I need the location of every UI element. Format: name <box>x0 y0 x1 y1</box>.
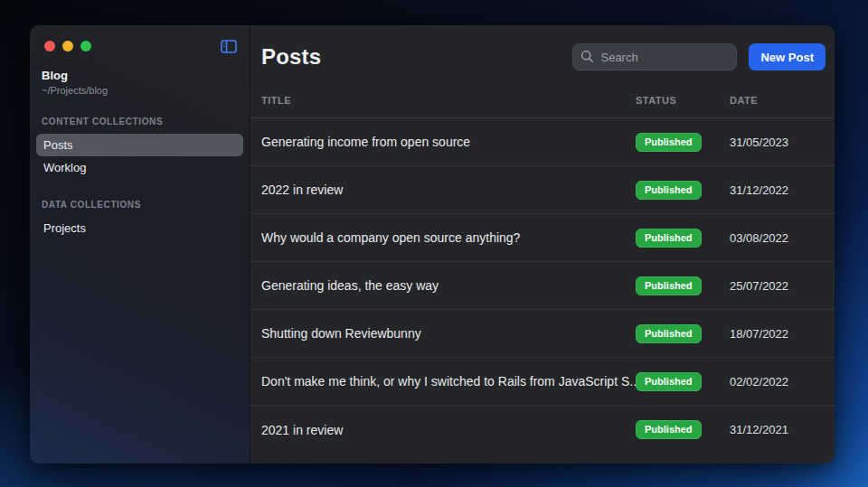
status-badge: Published <box>636 276 702 295</box>
column-header-title: TITLE <box>261 95 636 106</box>
column-header-date: DATE <box>730 95 824 106</box>
post-title: Don't make me think, or why I switched t… <box>261 374 636 389</box>
main-header: Posts New Post <box>250 25 835 83</box>
sidebar: Blog ~/Projects/blog CONTENT COLLECTIONS… <box>30 25 250 464</box>
post-date: 31/12/2021 <box>730 423 824 436</box>
post-date: 25/07/2022 <box>730 279 824 293</box>
table-row[interactable]: Generating income from open source Publi… <box>250 118 835 166</box>
status-badge: Published <box>636 229 702 248</box>
status-badge: Published <box>636 133 702 152</box>
post-date: 31/12/2022 <box>730 183 824 197</box>
zoom-window-button[interactable] <box>80 41 91 52</box>
header-actions: New Post <box>572 43 826 70</box>
main-panel: Posts New Post TITLE STATUS DATE Generat… <box>250 25 835 464</box>
post-date: 18/07/2022 <box>730 327 824 341</box>
table-row[interactable]: 2021 in review Published 31/12/2021 <box>250 406 835 454</box>
table-row[interactable]: Generating ideas, the easy way Published… <box>250 262 835 310</box>
post-title: Generating income from open source <box>261 135 636 149</box>
close-window-button[interactable] <box>44 41 55 52</box>
section-label-content-collections: CONTENT COLLECTIONS <box>42 117 238 126</box>
section-label-data-collections: DATA COLLECTIONS <box>42 200 238 210</box>
project-title: Blog <box>42 69 238 82</box>
table-row[interactable]: Don't make me think, or why I switched t… <box>250 358 835 406</box>
post-title: 2022 in review <box>261 183 636 197</box>
titlebar <box>42 36 238 56</box>
column-header-status: STATUS <box>636 95 730 106</box>
search-input[interactable] <box>572 43 737 70</box>
traffic-lights <box>42 41 91 52</box>
status-badge: Published <box>636 420 702 439</box>
toggle-sidebar-button[interactable] <box>220 39 238 54</box>
new-post-button[interactable]: New Post <box>749 43 826 70</box>
post-title: 2021 in review <box>261 423 636 437</box>
status-badge: Published <box>636 324 702 343</box>
sidebar-item-posts[interactable]: Posts <box>36 134 243 156</box>
status-badge: Published <box>636 372 702 391</box>
table-row[interactable]: 2022 in review Published 31/12/2022 <box>250 166 835 214</box>
search-box <box>572 43 737 70</box>
page-title: Posts <box>261 44 321 70</box>
post-title: Generating ideas, the easy way <box>261 278 636 293</box>
status-badge: Published <box>636 181 702 200</box>
post-title: Shutting down Reviewbunny <box>261 326 636 341</box>
table-row[interactable]: Why would a company open source anything… <box>250 214 835 262</box>
sidebar-item-projects[interactable]: Projects <box>36 217 243 239</box>
table-row[interactable]: Shutting down Reviewbunny Published 18/0… <box>250 310 835 358</box>
app-window: Blog ~/Projects/blog CONTENT COLLECTIONS… <box>30 25 835 464</box>
post-date: 31/05/2023 <box>730 136 824 149</box>
project-path: ~/Projects/blog <box>42 85 238 96</box>
post-date: 03/08/2022 <box>730 231 824 245</box>
table-header-row: TITLE STATUS DATE <box>250 83 835 118</box>
post-title: Why would a company open source anything… <box>261 230 636 245</box>
post-date: 02/02/2022 <box>730 375 824 389</box>
sidebar-item-worklog[interactable]: Worklog <box>36 156 243 179</box>
sidebar-toggle-icon <box>221 40 237 53</box>
minimize-window-button[interactable] <box>62 41 73 52</box>
